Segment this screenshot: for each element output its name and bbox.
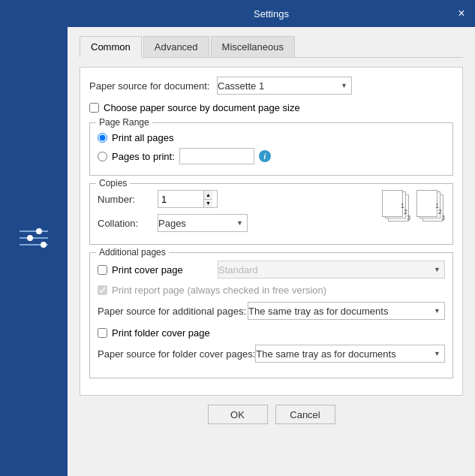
title-bar: Settings × <box>68 0 475 27</box>
dialog-content: Common Advanced Miscellaneous Paper sour… <box>68 27 475 476</box>
number-label: Number: <box>98 194 158 205</box>
tab-advanced[interactable]: Advanced <box>143 36 209 57</box>
paper-source-folder-row: Paper source for folder cover pages: The… <box>98 345 445 363</box>
report-page-row: Print report page (always checked in fre… <box>98 285 445 296</box>
slider-thumb-3 <box>41 242 47 248</box>
tab-common[interactable]: Common <box>80 36 142 58</box>
paper-source-folder-wrapper: The same tray as for documents Cassette … <box>255 345 445 363</box>
collation-select[interactable]: Pages Copies <box>158 214 248 232</box>
spin-down-button[interactable]: ▼ <box>204 200 212 208</box>
paper-source-additional-row: Paper source for additional pages: The s… <box>98 302 445 320</box>
paper-source-folder-select[interactable]: The same tray as for documents Cassette … <box>255 345 445 363</box>
info-icon[interactable]: i <box>259 150 271 162</box>
collated-num3: 1 <box>401 202 404 209</box>
page-range-group: Page Range Print all pages Pages to prin… <box>89 122 453 176</box>
copies-label: Copies <box>96 178 130 188</box>
print-cover-page-checkbox[interactable] <box>98 265 107 275</box>
additional-pages-label: Additional pages <box>96 247 169 258</box>
number-row: Number: ▲ ▼ <box>98 190 367 208</box>
print-folder-cover-checkbox[interactable] <box>98 328 107 338</box>
common-panel: Paper source for document: Cassette 1 Tr… <box>80 67 463 396</box>
collated-icon: 3 2 1 <box>382 190 410 223</box>
uncollated-num3: 1 <box>435 202 439 209</box>
cover-style-wrapper: Standard Custom <box>218 261 445 279</box>
copies-icons: 3 2 1 3 2 1 <box>382 190 445 223</box>
pages-to-print-row: Pages to print: i <box>98 148 445 164</box>
cover-page-row: Print cover page Standard Custom <box>98 261 445 279</box>
print-all-pages-row: Print all pages <box>98 132 445 143</box>
paper-source-select[interactable]: Cassette 1 Tray 1 Tray 2 Manual <box>217 77 352 95</box>
additional-pages-group: Additional pages Print cover page Standa… <box>89 252 453 378</box>
collation-select-wrapper: Pages Copies <box>158 214 248 232</box>
collation-row: Collation: Pages Copies <box>98 214 367 232</box>
paper-source-label: Paper source for document: <box>89 80 217 92</box>
collation-label: Collation: <box>98 218 158 229</box>
print-folder-cover-label: Print folder cover page <box>112 327 210 339</box>
paper-source-additional-wrapper: The same tray as for documents Cassette … <box>248 302 445 320</box>
pages-to-print-radio[interactable] <box>98 152 107 161</box>
folder-cover-row: Print folder cover page <box>98 327 445 339</box>
tab-miscellaneous[interactable]: Miscellaneous <box>211 36 295 57</box>
choose-paper-source-checkbox[interactable] <box>89 103 99 113</box>
paper-source-select-wrapper: Cassette 1 Tray 1 Tray 2 Manual <box>217 77 352 95</box>
page-range-label: Page Range <box>96 117 152 128</box>
bottom-buttons: OK Cancel <box>80 396 463 433</box>
choose-paper-source-row: Choose paper source by document page siz… <box>89 102 453 113</box>
print-report-page-checkbox <box>98 285 107 295</box>
slider-thumb-2 <box>27 235 33 241</box>
settings-icon <box>20 230 48 246</box>
pages-to-print-label: Pages to print: <box>112 151 175 162</box>
sidebar <box>0 0 68 476</box>
print-report-page-label: Print report page (always checked in fre… <box>112 285 326 296</box>
choose-paper-source-label: Choose paper source by document page siz… <box>104 102 300 113</box>
print-cover-page-label: Print cover page <box>112 264 183 276</box>
number-input[interactable] <box>158 191 203 207</box>
spin-buttons: ▲ ▼ <box>203 191 212 207</box>
page-range-options: Print all pages Pages to print: i <box>98 132 445 164</box>
cover-style-select[interactable]: Standard Custom <box>218 261 445 279</box>
settings-dialog: Settings × Common Advanced Miscellaneous… <box>68 0 475 476</box>
slider-track-1 <box>20 230 48 232</box>
paper-source-additional-select[interactable]: The same tray as for documents Cassette … <box>248 302 445 320</box>
paper-source-additional-label: Paper source for additional pages: <box>98 306 248 317</box>
dialog-title: Settings <box>254 8 289 20</box>
copies-group: Copies Number: ▲ ▼ <box>89 183 453 245</box>
paper-source-row: Paper source for document: Cassette 1 Tr… <box>89 77 453 95</box>
uncollated-icon: 3 2 1 <box>416 190 445 223</box>
slider-track-3 <box>20 244 48 246</box>
cancel-button[interactable]: Cancel <box>275 405 335 424</box>
cover-page-checkbox-area: Print cover page <box>98 264 218 276</box>
paper-source-folder-label: Paper source for folder cover pages: <box>98 348 255 360</box>
print-all-pages-label: Print all pages <box>112 132 173 143</box>
close-button[interactable]: × <box>454 6 469 21</box>
slider-track-2 <box>20 237 48 239</box>
ok-button[interactable]: OK <box>208 405 268 424</box>
pages-to-print-input[interactable] <box>179 148 254 164</box>
tab-bar: Common Advanced Miscellaneous <box>80 36 463 58</box>
spin-up-button[interactable]: ▲ <box>204 191 212 200</box>
number-spinner: ▲ ▼ <box>158 190 218 208</box>
slider-thumb-1 <box>36 228 42 234</box>
print-all-pages-radio[interactable] <box>98 133 107 143</box>
